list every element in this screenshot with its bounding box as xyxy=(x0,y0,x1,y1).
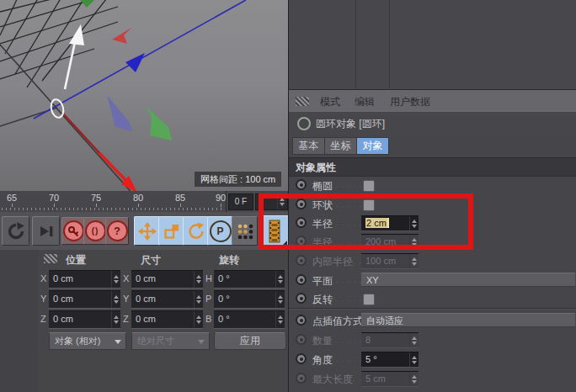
radius-input[interactable]: 2 cm xyxy=(361,215,419,231)
inner-radius-input[interactable]: 100 cm xyxy=(361,253,419,269)
stepper[interactable] xyxy=(409,235,419,249)
timeline-window-button[interactable] xyxy=(260,215,289,247)
tab-basic[interactable]: 基本 xyxy=(292,137,325,155)
keyframe-dot-icon[interactable] xyxy=(296,293,307,304)
rotation-b-field[interactable]: 0 ° xyxy=(214,310,285,329)
stepper[interactable] xyxy=(194,271,203,288)
position-z-field[interactable]: 0 cm xyxy=(49,310,120,329)
keyframe-dot-icon[interactable] xyxy=(296,217,307,228)
handle-green xyxy=(147,107,172,140)
position-x-field[interactable]: 0 cm xyxy=(49,270,120,289)
selected-value: 2 cm xyxy=(365,218,389,228)
attribute-tabs: 基本 坐标 对象 xyxy=(289,135,576,157)
parameter-p-icon: P xyxy=(210,220,232,242)
menu-mode[interactable]: 模式 xyxy=(320,95,340,109)
keyframe-dot-icon[interactable] xyxy=(296,315,307,326)
bottom-left-panel xyxy=(0,250,39,392)
key-rotation-button[interactable] xyxy=(183,216,209,246)
keyframe-dot-icon[interactable] xyxy=(296,199,307,209)
stepper[interactable] xyxy=(409,372,419,386)
stepper[interactable] xyxy=(275,291,285,308)
y-axis-arrowhead xyxy=(69,24,84,45)
x-axis-line-dark xyxy=(62,113,101,155)
plane-dropdown[interactable]: XY xyxy=(361,273,575,287)
keyframe-dot-icon[interactable] xyxy=(296,236,307,246)
property-row-reverse: 反转 . . . . . xyxy=(289,289,576,308)
property-row-radius-outer: 半径 . . . . . 200 cm xyxy=(289,232,576,251)
grid-spacing-label: 网格间距 : 100 cm xyxy=(195,172,281,187)
max-length-input[interactable]: 5 cm xyxy=(361,371,419,387)
animation-toolbar: () ? xyxy=(0,212,288,251)
axis-label: H xyxy=(205,273,212,283)
object-title-row: 圆环对象 [圆环] xyxy=(289,112,576,135)
panel-grip[interactable] xyxy=(296,97,309,106)
keyframe-dot-icon[interactable] xyxy=(296,334,307,345)
timeline-tick: 65 xyxy=(2,193,22,203)
keyframe-dot-icon[interactable] xyxy=(296,255,307,266)
property-row-inner-radius: 内部半径 . . 100 cm xyxy=(289,252,576,270)
keyframe-dot-icon[interactable] xyxy=(296,274,307,285)
keyframe-selection-button[interactable]: ? xyxy=(105,217,129,245)
panel-grip[interactable] xyxy=(44,254,57,263)
goto-end-button[interactable] xyxy=(32,216,60,246)
stepper[interactable] xyxy=(409,254,419,268)
stepper[interactable] xyxy=(111,311,120,328)
autokey-button[interactable]: () xyxy=(83,217,107,245)
size-x-field[interactable]: 0 cm xyxy=(131,270,203,289)
cinema4d-window: 网格间距 : 100 cm 65 70 75 80 85 90 0 F xyxy=(0,0,576,392)
stepper[interactable] xyxy=(275,311,285,328)
viewport-3d[interactable]: 网格间距 : 100 cm xyxy=(0,0,288,192)
stepper[interactable] xyxy=(111,291,120,308)
ring-checkbox[interactable] xyxy=(363,199,375,211)
tab-coordinates[interactable]: 坐标 xyxy=(324,137,357,155)
size-header: 尺寸 xyxy=(141,253,161,268)
frame-stepper[interactable] xyxy=(277,194,286,209)
scale-icon xyxy=(163,222,181,241)
record-key-button[interactable] xyxy=(61,217,85,245)
object-manager-area[interactable] xyxy=(289,0,576,90)
outer-radius-input[interactable]: 200 cm xyxy=(361,234,419,250)
timeline-tick: 80 xyxy=(128,193,148,203)
timeline-tick: 85 xyxy=(170,193,190,203)
keyframe-dot-icon[interactable] xyxy=(296,353,307,364)
keyframe-dot-icon[interactable] xyxy=(296,179,307,190)
menu-edit[interactable]: 编辑 xyxy=(355,95,375,109)
ellipse-checkbox[interactable] xyxy=(363,180,375,192)
key-position-button[interactable] xyxy=(134,216,160,246)
loop-icon xyxy=(7,222,25,241)
timeline-ruler[interactable]: 65 70 75 80 85 90 0 F xyxy=(0,191,288,213)
rotation-header: 旋转 xyxy=(219,253,239,268)
attribute-manager: 模式 编辑 用户数据 圆环对象 [圆环] 基本 坐标 对象 对象属性 椭圆 . … xyxy=(288,0,576,392)
stepper[interactable] xyxy=(194,311,203,328)
stepper[interactable] xyxy=(275,271,285,288)
tab-object[interactable]: 对象 xyxy=(356,137,389,155)
interpolation-dropdown[interactable]: 自动适应 xyxy=(361,313,575,327)
key-parameter-button[interactable]: P xyxy=(207,216,233,246)
size-z-field[interactable]: 0 cm xyxy=(131,310,203,329)
size-y-field[interactable]: 0 cm xyxy=(131,290,203,309)
coordinate-mode-dropdown[interactable]: 对象 (相对) xyxy=(49,332,126,350)
keying-settings-button[interactable] xyxy=(232,216,258,246)
axis-label: Z xyxy=(123,314,129,324)
loop-playback-button[interactable] xyxy=(2,216,29,246)
stepper[interactable] xyxy=(194,291,203,308)
axis-label: P xyxy=(205,294,211,304)
stepper[interactable] xyxy=(409,352,419,367)
current-frame-field[interactable]: 0 F xyxy=(228,193,253,210)
frame-stepper-field[interactable] xyxy=(255,193,288,210)
keyframe-dot-icon[interactable] xyxy=(296,373,307,384)
stepper[interactable] xyxy=(409,216,419,230)
position-header: 位置 xyxy=(66,253,86,268)
key-scale-button[interactable] xyxy=(158,216,184,246)
size-mode-dropdown[interactable]: 绝对尺寸 xyxy=(131,332,210,350)
apply-button[interactable]: 应用 xyxy=(214,332,286,350)
reverse-checkbox[interactable] xyxy=(363,294,375,305)
angle-input[interactable]: 5 ° xyxy=(361,352,419,368)
menu-user-data[interactable]: 用户数据 xyxy=(390,95,430,109)
rotation-h-field[interactable]: 0 ° xyxy=(214,270,285,289)
number-input[interactable]: 8 xyxy=(361,332,419,348)
stepper[interactable] xyxy=(111,271,120,288)
stepper[interactable] xyxy=(409,333,419,347)
rotation-p-field[interactable]: 0 ° xyxy=(214,290,285,309)
position-y-field[interactable]: 0 cm xyxy=(49,290,120,309)
